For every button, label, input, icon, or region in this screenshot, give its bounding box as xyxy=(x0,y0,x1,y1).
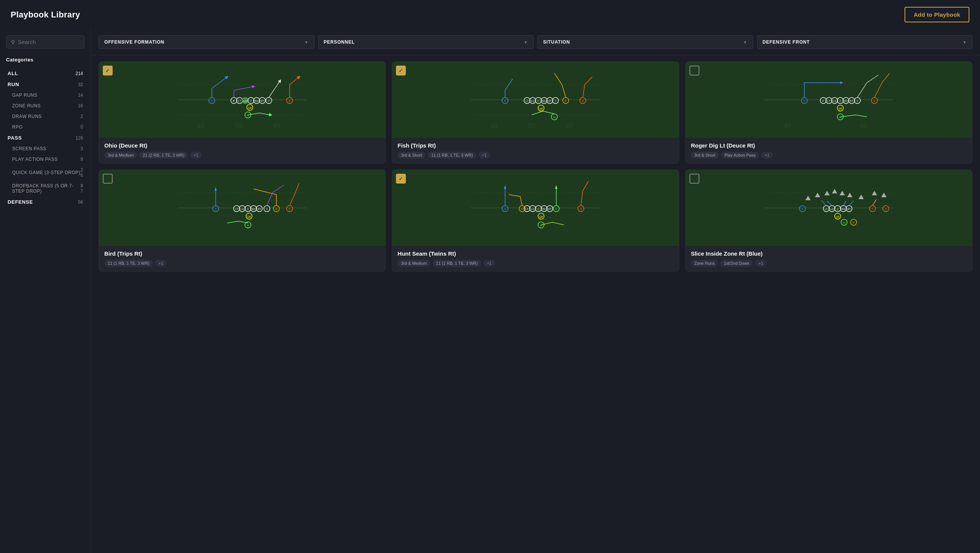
sidebar-item-count: 87 xyxy=(80,183,83,194)
tag: 21 (2 RB, 1 TE, 2 WR) xyxy=(139,152,188,159)
svg-text:QB: QB xyxy=(248,107,252,110)
svg-text:RG: RG xyxy=(255,100,259,102)
card-title: Slice Inside Zone Rt (Blue) xyxy=(691,250,967,257)
play-card-roger-dig-lt[interactable]: 40 40 F LT LG C RG RT xyxy=(685,61,972,164)
svg-text:RT: RT xyxy=(548,100,552,102)
svg-text:H: H xyxy=(247,224,249,227)
sidebar-item-run[interactable]: RUN 32 xyxy=(6,79,84,90)
svg-text:C: C xyxy=(839,100,841,102)
tag: 3rd & Short xyxy=(691,152,719,159)
svg-text:QB: QB xyxy=(247,215,251,218)
card-checkbox[interactable] xyxy=(689,65,699,75)
tag: 11 (1 RB, 1 TE, 3 WR) xyxy=(104,260,153,267)
sidebar-item-label: DEFENSE xyxy=(8,199,33,205)
svg-text:X: X xyxy=(211,99,213,103)
filter-label: OFFENSIVE FORMATION xyxy=(104,40,164,45)
svg-text:LT: LT xyxy=(235,208,238,210)
sidebar-item-count: 26 xyxy=(80,167,83,178)
card-checkbox[interactable]: ✓ xyxy=(396,174,406,183)
card-checkbox[interactable]: ✓ xyxy=(396,65,406,75)
svg-text:RG: RG xyxy=(841,208,845,210)
sidebar-item-label: SCREEN PASS xyxy=(8,146,46,151)
svg-text:Y: Y xyxy=(266,208,268,210)
svg-text:50: 50 xyxy=(528,122,536,130)
svg-text:RT: RT xyxy=(258,208,261,210)
filter-offensive-formation[interactable]: OFFENSIVE FORMATION ▼ xyxy=(99,35,314,49)
card-info: Slice Inside Zone Rt (Blue) Zone Runs 1s… xyxy=(686,246,972,271)
card-diagram: 40 50 40 F LT LG xyxy=(99,62,385,138)
play-card-slice-inside-zone[interactable]: LT LG C RG RT X Y xyxy=(685,169,972,272)
card-info: Ohio (Deuce Rt) 3rd & Medium 21 (2 RB, 1… xyxy=(99,138,385,163)
svg-text:QB: QB xyxy=(539,215,543,218)
svg-text:40: 40 xyxy=(490,122,498,130)
page-title: Playbook Library xyxy=(11,10,80,20)
sidebar-item-all[interactable]: ALL 214 xyxy=(6,68,84,79)
card-checkbox[interactable] xyxy=(689,174,699,183)
svg-text:40: 40 xyxy=(273,122,280,130)
filter-defensive-front[interactable]: DEFENSIVE FRONT ▼ xyxy=(757,35,973,49)
play-card-ohio-deuce-rt[interactable]: 40 50 40 F LT LG xyxy=(99,61,386,164)
svg-text:40: 40 xyxy=(783,122,791,130)
categories-label: Categories xyxy=(6,57,84,62)
sidebar-item-gap-runs[interactable]: GAP RUNS 14 xyxy=(6,90,84,100)
svg-text:C: C xyxy=(250,100,252,102)
svg-text:Y: Y xyxy=(872,207,874,211)
card-checkbox[interactable] xyxy=(103,174,113,183)
sidebar-item-label: RUN xyxy=(8,81,19,87)
filter-situation[interactable]: SITUATION ▼ xyxy=(538,35,753,49)
sidebar-item-play-action-pass[interactable]: PLAY ACTION PASS 9 xyxy=(6,154,84,165)
play-card-hunt-seam-twins-rt[interactable]: LT LG C RG RT Y X xyxy=(392,169,679,272)
sidebar-item-count: 32 xyxy=(78,82,83,87)
sidebar-item-zone-runs[interactable]: ZONE RUNS 16 xyxy=(6,100,84,111)
svg-text:F: F xyxy=(275,207,277,211)
sidebar-item-dropback-pass[interactable]: DROPBACK PASS (5 OR 7-STEP DROP) 87 xyxy=(6,180,84,196)
svg-text:Z: Z xyxy=(885,207,887,211)
tag: 3rd & Short xyxy=(398,152,426,159)
main-layout: ⚲ Categories ALL 214 RUN 32 GAP RUNS 14 … xyxy=(0,29,980,553)
play-card-fish-trips-rt[interactable]: 40 50 40 LT LG C RG RT xyxy=(392,61,679,164)
sidebar-item-quick-game[interactable]: QUICK GAME (3-STEP DROP) 26 xyxy=(6,165,84,180)
card-tags: 3rd & Medium 11 (1 RB, 1 TE, 3 WR) +1 xyxy=(398,260,673,267)
sidebar-item-count: 214 xyxy=(75,71,83,76)
sidebar-item-count: 126 xyxy=(75,135,83,141)
card-tags: 11 (1 RB, 1 TE, 3 WR) +1 xyxy=(104,260,380,267)
card-tags: 3rd & Medium 21 (2 RB, 1 TE, 2 WR) +1 xyxy=(104,152,380,159)
play-card-bird-trips-rt[interactable]: LT LG C RG RT Y X xyxy=(99,169,386,272)
svg-text:RG: RG xyxy=(251,208,256,210)
filter-personnel[interactable]: PERSONNEL ▼ xyxy=(318,35,534,49)
search-input[interactable] xyxy=(18,39,80,45)
tag-plus: +1 xyxy=(155,260,167,267)
sidebar: ⚲ Categories ALL 214 RUN 32 GAP RUNS 14 … xyxy=(0,29,91,553)
sidebar-item-draw-runs[interactable]: DRAW RUNS 2 xyxy=(6,111,84,122)
search-box[interactable]: ⚲ xyxy=(6,35,84,49)
sidebar-item-count: 14 xyxy=(78,92,83,98)
card-title: Roger Dig Lt (Deuce Rt) xyxy=(691,142,967,149)
svg-text:LG: LG xyxy=(833,100,836,102)
chevron-down-icon: ▼ xyxy=(743,40,748,45)
sidebar-item-label: PLAY ACTION PASS xyxy=(8,157,58,162)
sidebar-item-label: ZONE RUNS xyxy=(8,103,41,108)
add-to-playbook-button[interactable]: Add to Playbook xyxy=(905,7,969,22)
svg-text:Y: Y xyxy=(555,100,557,102)
sidebar-item-count: 56 xyxy=(78,199,83,205)
tag: 11 (1 RB, 1 TE, 3 WR) xyxy=(433,260,481,267)
sidebar-item-label: DROPBACK PASS (5 OR 7-STEP DROP) xyxy=(8,183,80,194)
tag: 1st/2nd Down xyxy=(720,260,752,267)
cards-grid: 40 50 40 F LT LG xyxy=(91,55,980,553)
svg-text:QB: QB xyxy=(835,215,839,218)
svg-text:LG: LG xyxy=(830,208,834,210)
sidebar-item-pass[interactable]: PASS 126 xyxy=(6,132,84,143)
svg-text:LT: LT xyxy=(526,100,529,102)
tag: 3rd & Medium xyxy=(398,260,430,267)
svg-text:LT: LT xyxy=(526,208,529,210)
filters-bar: OFFENSIVE FORMATION ▼ PERSONNEL ▼ SITUAT… xyxy=(91,29,980,55)
svg-text:RG: RG xyxy=(542,208,547,210)
card-tags: 3rd & Short Play Action Pass +1 xyxy=(691,152,967,159)
svg-text:Z: Z xyxy=(582,99,584,103)
card-checkbox[interactable]: ✓ xyxy=(103,65,113,75)
sidebar-item-screen-pass[interactable]: SCREEN PASS 3 xyxy=(6,143,84,154)
sidebar-item-defense[interactable]: DEFENSE 56 xyxy=(6,196,84,207)
svg-text:40: 40 xyxy=(197,122,204,130)
sidebar-item-rpo[interactable]: RPO 0 xyxy=(6,122,84,132)
tag: Play Action Pass xyxy=(721,152,759,159)
